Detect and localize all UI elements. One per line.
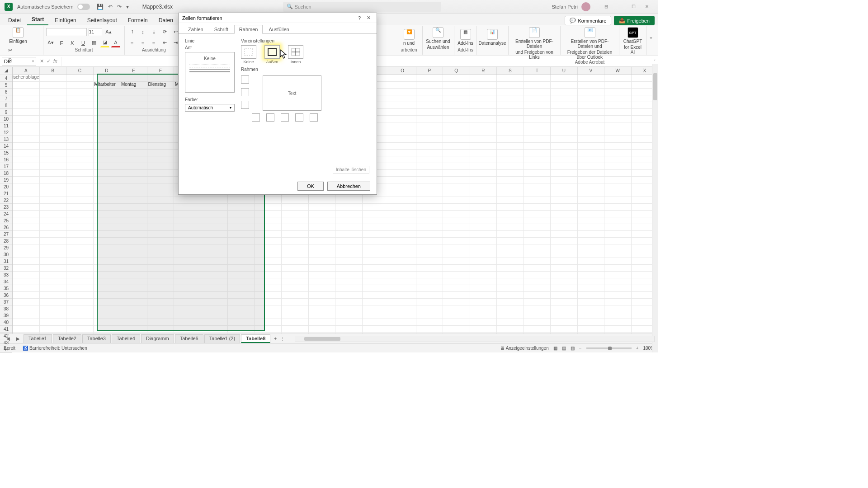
column-header[interactable]: B: [40, 67, 67, 75]
close-icon[interactable]: ✕: [640, 2, 654, 11]
cell[interactable]: [416, 95, 443, 102]
sheet-tab[interactable]: Tabelle1 (2): [204, 334, 240, 343]
cell[interactable]: [389, 278, 416, 285]
row-header[interactable]: 34: [0, 278, 12, 285]
cell[interactable]: [551, 156, 578, 163]
cell[interactable]: [228, 333, 255, 333]
cell[interactable]: [282, 319, 309, 326]
cell[interactable]: [443, 156, 470, 163]
cell[interactable]: [497, 89, 524, 95]
cell[interactable]: [416, 204, 443, 211]
cell[interactable]: [470, 333, 497, 333]
column-header[interactable]: W: [604, 67, 632, 75]
cell[interactable]: [335, 224, 363, 231]
cell[interactable]: [309, 299, 336, 305]
cell[interactable]: [389, 89, 416, 95]
cell[interactable]: [604, 102, 632, 109]
cell[interactable]: [551, 272, 578, 278]
cell[interactable]: [578, 150, 605, 156]
cell[interactable]: [551, 278, 578, 285]
cell[interactable]: [551, 102, 578, 109]
cell[interactable]: [604, 75, 632, 82]
cell[interactable]: [40, 89, 67, 95]
cell[interactable]: [282, 305, 309, 312]
row-header[interactable]: 37: [0, 299, 12, 305]
cell[interactable]: [497, 299, 524, 305]
cell[interactable]: [66, 211, 94, 217]
cell[interactable]: [40, 150, 67, 156]
cell[interactable]: [604, 143, 632, 150]
cell[interactable]: [578, 136, 605, 143]
cell[interactable]: [524, 136, 551, 143]
cell[interactable]: [40, 129, 67, 136]
clear-contents-button[interactable]: Inhalte löschen: [333, 166, 369, 174]
cell[interactable]: [470, 319, 497, 326]
display-settings[interactable]: 🖥 Anzeigeeinstellungen: [500, 346, 548, 351]
cell[interactable]: [363, 197, 390, 204]
cell[interactable]: [40, 197, 67, 204]
cell[interactable]: [13, 333, 40, 333]
zoom-slider[interactable]: [586, 347, 632, 349]
cell[interactable]: [551, 109, 578, 116]
view-normal-icon[interactable]: ▦: [553, 346, 557, 351]
cell[interactable]: [604, 177, 632, 183]
line-style-thin[interactable]: [189, 69, 230, 70]
cell[interactable]: [497, 102, 524, 109]
cell[interactable]: [497, 312, 524, 319]
cell[interactable]: [551, 82, 578, 89]
cell[interactable]: [551, 211, 578, 217]
cell[interactable]: [389, 285, 416, 292]
cell[interactable]: [335, 197, 363, 204]
cell[interactable]: [604, 312, 632, 319]
select-all-corner[interactable]: ◢: [0, 67, 12, 75]
border-left-button[interactable]: [266, 113, 274, 122]
cell[interactable]: [443, 211, 470, 217]
column-header[interactable]: S: [497, 67, 524, 75]
row-header[interactable]: 39: [0, 312, 12, 319]
row-header[interactable]: 15: [0, 150, 12, 156]
cell[interactable]: [13, 122, 40, 129]
cell[interactable]: [578, 116, 605, 122]
cell[interactable]: [443, 238, 470, 244]
cell[interactable]: [443, 163, 470, 170]
cell[interactable]: [497, 278, 524, 285]
row-header[interactable]: 11: [0, 122, 12, 129]
cell[interactable]: [13, 265, 40, 272]
cell[interactable]: [363, 326, 390, 333]
cell[interactable]: [363, 204, 390, 211]
row-header[interactable]: 17: [0, 163, 12, 170]
cell[interactable]: [40, 163, 67, 170]
row-header[interactable]: 35: [0, 285, 12, 292]
cell[interactable]: [578, 204, 605, 211]
cell[interactable]: [551, 319, 578, 326]
cell[interactable]: [13, 129, 40, 136]
cell[interactable]: [551, 197, 578, 204]
cell[interactable]: [524, 183, 551, 190]
border-vmid-button[interactable]: [281, 113, 289, 122]
cell[interactable]: [282, 224, 309, 231]
cell[interactable]: [389, 190, 416, 197]
cell[interactable]: [282, 265, 309, 272]
cell[interactable]: [309, 285, 336, 292]
row-header[interactable]: 29: [0, 244, 12, 251]
fill-color-icon[interactable]: ◪: [100, 38, 109, 47]
cell[interactable]: [551, 150, 578, 156]
share-button[interactable]: 📤 Freigeben: [614, 16, 655, 25]
cell[interactable]: [66, 217, 94, 224]
line-style-list[interactable]: Keine: [185, 52, 235, 93]
orientation-icon[interactable]: ⟳: [160, 28, 169, 37]
cell[interactable]: [551, 299, 578, 305]
cell[interactable]: [335, 211, 363, 217]
cell[interactable]: [578, 197, 605, 204]
cell[interactable]: [524, 95, 551, 102]
cell[interactable]: [470, 95, 497, 102]
cell[interactable]: [470, 75, 497, 82]
cell[interactable]: [443, 177, 470, 183]
row-header[interactable]: 8: [0, 102, 12, 109]
cell[interactable]: [470, 122, 497, 129]
cell[interactable]: [578, 272, 605, 278]
cell[interactable]: [389, 224, 416, 231]
cell[interactable]: [470, 258, 497, 265]
column-header[interactable]: O: [389, 67, 416, 75]
cell[interactable]: [309, 333, 336, 333]
